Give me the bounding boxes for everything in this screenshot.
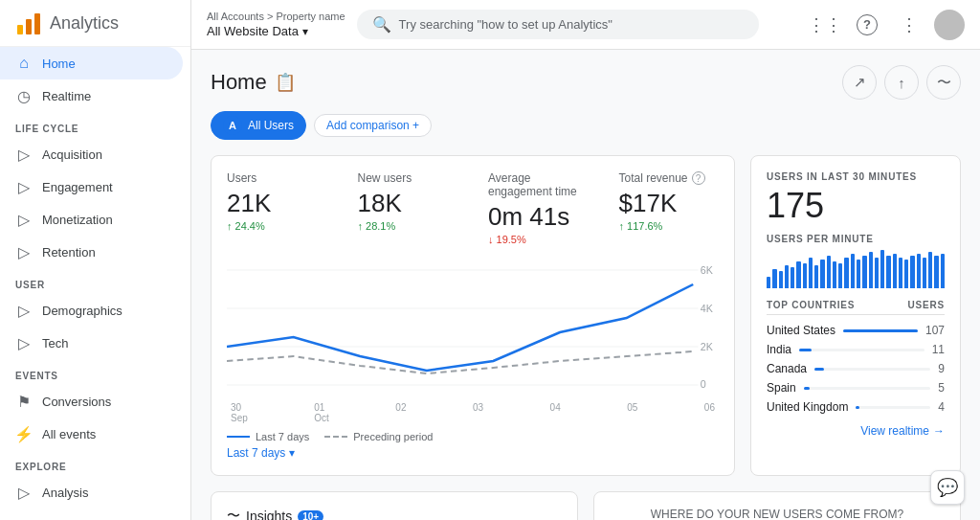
chart-legend: Last 7 days Preceding period [227, 431, 719, 442]
revenue-value: $17K [619, 189, 720, 218]
sidebar-item-acquisition[interactable]: ▷ Acquisition [0, 138, 183, 170]
mini-bar-item [827, 256, 831, 288]
revenue-label: Total revenue ? [619, 171, 720, 185]
realtime-count: 175 [767, 186, 945, 226]
svg-text:6K: 6K [701, 266, 713, 277]
sidebar-item-engagement[interactable]: ▷ Engagement [0, 170, 183, 203]
all-users-chip[interactable]: A All Users [211, 111, 306, 140]
sidebar-item-retention[interactable]: ▷ Retention [0, 236, 183, 268]
section-events: EVENTS [0, 359, 190, 385]
app-title: Analytics [50, 13, 119, 34]
page-title-row: Home 📋 [211, 70, 296, 95]
breadcrumb-text: All Accounts > Property name [207, 11, 345, 22]
svg-rect-1 [26, 19, 32, 34]
country-name: Spain [767, 381, 796, 395]
view-realtime-button[interactable]: View realtime → [767, 424, 945, 438]
insights-card: 〜 Insights 10+ [211, 491, 578, 520]
mini-bar-item [875, 258, 879, 288]
realtime-card: USERS IN LAST 30 MINUTES 175 USERS PER M… [750, 155, 961, 476]
insights-badge: 10+ [298, 510, 323, 520]
x-label-0: 30Sep [231, 402, 248, 423]
mini-bar-item [869, 252, 873, 288]
date-range-selector[interactable]: Last 7 days ▾ [227, 446, 719, 460]
country-row: Spain 5 [767, 378, 945, 397]
metric-revenue: Total revenue ? $17K ↑ 117.6% [619, 171, 720, 245]
country-row: United States 107 [767, 321, 945, 340]
country-bar [804, 387, 811, 390]
x-label-6: 06 [704, 402, 715, 423]
revenue-info-icon[interactable]: ? [692, 171, 705, 185]
engagement-label: Average engagement time [488, 171, 589, 198]
topbar: All Accounts > Property name All Website… [191, 0, 980, 50]
metric-engagement: Average engagement time 0m 41s ↓ 19.5% [488, 171, 589, 245]
sidebar-item-acquisition-label: Acquisition [42, 147, 102, 162]
all-events-icon: ⚡ [15, 425, 33, 442]
more-icon-button[interactable]: ⋮ [892, 8, 926, 42]
sidebar-item-all-events[interactable]: ⚡ All events [0, 418, 183, 450]
search-bar[interactable]: 🔍 Try searching "how to set up Analytics… [357, 10, 759, 39]
main-panel: All Accounts > Property name All Website… [191, 0, 980, 520]
compare-button[interactable]: 〜 [926, 65, 961, 100]
cards-row: Users 21K ↑ 24.4% New users 18K ↑ 28.1% … [211, 155, 961, 476]
mini-bar-item [851, 254, 855, 288]
mini-bar-item [820, 260, 824, 288]
insights-label: Insights [246, 509, 292, 520]
open-in-new-icon: ↗ [854, 74, 866, 91]
sidebar-item-retention-label: Retention [42, 245, 96, 260]
users-value: 21K [227, 189, 327, 218]
sidebar-item-monetization[interactable]: ▷ Monetization [0, 203, 183, 236]
country-name: United Kingdom [767, 400, 848, 414]
apps-icon-button[interactable]: ⋮⋮ [808, 8, 842, 42]
new-users-value: 18K [358, 189, 458, 218]
help-icon-button[interactable]: ? [850, 8, 884, 42]
mini-bar-item [767, 277, 770, 288]
mini-bar-item [844, 258, 848, 288]
legend-dashed: Preceding period [324, 431, 433, 442]
add-comparison-button[interactable]: Add comparison + [314, 114, 432, 137]
sidebar-item-realtime[interactable]: ◷ Realtime [0, 79, 183, 112]
mini-bar-item [928, 252, 932, 288]
country-bar [843, 329, 918, 332]
engagement-icon: ▷ [15, 178, 33, 195]
mini-bar-item [791, 267, 794, 288]
mini-bar-item [917, 254, 921, 288]
svg-rect-2 [34, 13, 40, 34]
share-button[interactable]: ↑ [884, 65, 919, 100]
sidebar-item-demographics[interactable]: ▷ Demographics [0, 294, 183, 327]
country-name: United States [767, 324, 835, 337]
chip-avatar: A [223, 116, 242, 135]
sidebar-item-home[interactable]: ⌂ Home [0, 47, 183, 79]
section-configure: CONFIGURE [0, 509, 190, 520]
mini-bar-item [886, 256, 890, 288]
x-labels: 30Sep 01Oct 02 03 04 05 06 [227, 402, 719, 423]
country-bar-container [856, 406, 930, 409]
users-change: ↑ 24.4% [227, 220, 327, 232]
bottom-row: 〜 Insights 10+ WHERE DO YOUR NEW USERS C… [211, 491, 961, 520]
sidebar-item-conversions[interactable]: ⚑ Conversions [0, 385, 183, 418]
mini-bar-item [785, 265, 789, 288]
sidebar-item-monetization-label: Monetization [42, 213, 113, 227]
sidebar-item-tech[interactable]: ▷ Tech [0, 327, 183, 359]
chat-fab-button[interactable]: 💬 [930, 470, 965, 505]
page-actions: ↗ ↑ 〜 [842, 65, 961, 100]
country-name: Canada [767, 362, 807, 375]
x-label-4: 04 [550, 402, 561, 423]
metric-new-users: New users 18K ↑ 28.1% [358, 171, 458, 245]
chart-area: 6K 4K 2K 0 [227, 260, 719, 395]
property-dropdown-icon: ▾ [302, 25, 308, 38]
search-icon: 🔍 [372, 15, 391, 34]
country-row: United Kingdom 4 [767, 397, 945, 417]
realtime-icon: ◷ [15, 87, 33, 104]
legend-dashed-label: Preceding period [353, 431, 433, 442]
tech-icon: ▷ [15, 334, 33, 351]
sidebar-item-analysis[interactable]: ▷ Analysis [0, 476, 183, 509]
avatar[interactable] [934, 10, 965, 40]
open-in-new-button[interactable]: ↗ [842, 65, 877, 100]
comparison-chip-label: All Users [248, 119, 294, 132]
acquisition-icon: ▷ [15, 146, 33, 163]
mini-bar-item [838, 263, 842, 288]
country-bar-container [804, 387, 931, 390]
edit-icon[interactable]: 📋 [275, 72, 296, 93]
property-selector[interactable]: All Website Data ▾ [207, 24, 345, 38]
mini-bar-item [779, 271, 783, 288]
